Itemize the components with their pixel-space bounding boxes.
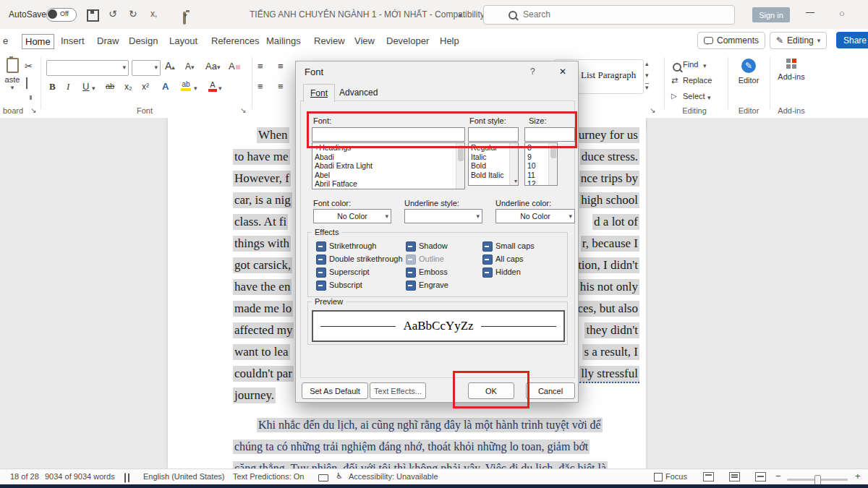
align-left-button[interactable]: ≡ <box>258 81 263 92</box>
hidden-checkbox-label[interactable]: Hidden <box>495 267 521 276</box>
doc-line[interactable]: they didn't <box>584 322 639 338</box>
font-color-dropdown[interactable]: No Color ▾ <box>313 209 391 223</box>
paste-button[interactable]: aste ▾ <box>1 58 23 91</box>
copy-icon[interactable] <box>26 77 27 89</box>
font-size-list[interactable]: 8 9 10 11 12 <box>524 142 558 186</box>
shrink-font-button[interactable]: A▾ <box>185 61 195 72</box>
scrollbar-thumb[interactable] <box>458 145 464 161</box>
change-case-button[interactable]: Aa▾ <box>205 61 220 72</box>
underline-chevron-icon[interactable]: ▾ <box>92 85 95 92</box>
superscript-checkbox-label[interactable]: Superscript <box>329 267 370 276</box>
doc-line[interactable]: his not only <box>579 279 639 295</box>
cut-icon[interactable]: ✂ <box>25 61 33 72</box>
font-list-item[interactable]: Abadi <box>312 153 464 162</box>
dialog-help-icon[interactable]: ? <box>530 67 535 77</box>
doc-line[interactable]: things with <box>233 236 291 252</box>
highlight-color-button[interactable]: ab <box>181 80 191 91</box>
word-count[interactable]: 9034 of 9034 words <box>45 472 115 481</box>
numbering-button[interactable]: ≡ <box>278 61 284 72</box>
redo-icon[interactable]: ↻ <box>129 8 137 20</box>
align-center-button[interactable]: ≡ <box>278 81 284 92</box>
underline-style-dropdown[interactable]: ▾ <box>404 209 482 223</box>
engrave-checkbox[interactable] <box>406 281 416 291</box>
doc-line[interactable]: lly stressful <box>579 366 639 383</box>
double-strikethrough-checkbox[interactable] <box>316 254 326 265</box>
small-caps-checkbox-label[interactable]: Small caps <box>495 241 535 250</box>
engrave-checkbox-label[interactable]: Engrave <box>419 281 448 289</box>
display-settings-icon[interactable] <box>318 474 328 481</box>
font-list-item[interactable]: +Headings <box>312 143 464 153</box>
shadow-checkbox[interactable] <box>406 241 416 252</box>
cancel-button[interactable]: Cancel <box>526 382 575 399</box>
save-icon[interactable] <box>87 9 99 22</box>
doc-line[interactable]: d a lot of <box>592 214 639 230</box>
style-card-label[interactable]: List Paragraph <box>581 69 636 81</box>
tab-draw[interactable]: Draw <box>94 34 122 48</box>
tab-home[interactable]: Home <box>22 34 54 49</box>
strikethrough-checkbox[interactable] <box>316 241 326 252</box>
accessibility-indicator[interactable]: Accessibility: Unavailable <box>349 472 438 481</box>
styles-more-icon[interactable]: ▾ <box>645 83 649 91</box>
clear-formatting-button[interactable]: A <box>229 61 240 72</box>
set-as-default-button[interactable]: Set As Default <box>302 382 368 399</box>
doc-line[interactable]: urney for us <box>577 127 639 143</box>
language-indicator[interactable]: English (United States) <box>143 472 225 481</box>
doc-line[interactable]: have the en <box>233 279 292 295</box>
font-color-button[interactable]: A <box>208 80 217 92</box>
title-chevron-icon[interactable]: ▾ <box>459 12 462 19</box>
font-color-chevron-icon[interactable]: ▾ <box>218 85 222 92</box>
minimize-icon[interactable]: — <box>806 7 814 17</box>
size-list-scrollbar[interactable] <box>548 143 557 185</box>
text-effects-dialog-button[interactable]: Text Effects... <box>370 382 426 399</box>
read-mode-icon[interactable] <box>703 472 714 481</box>
subscript-checkbox[interactable] <box>316 281 326 291</box>
editing-mode-button[interactable]: ✎ Editing ▾ <box>770 32 827 49</box>
emboss-checkbox[interactable] <box>406 267 416 278</box>
doc-line[interactable]: affected my <box>233 322 294 338</box>
hidden-checkbox[interactable] <box>482 267 493 278</box>
zoom-slider[interactable] <box>787 479 848 481</box>
font-style-list[interactable]: Regular Italic Bold Bold Italic ▾ <box>468 142 519 186</box>
undo-icon[interactable]: ↺ <box>109 8 117 20</box>
superscript-button[interactable]: x² <box>142 82 149 92</box>
focus-icon[interactable] <box>654 473 663 481</box>
doc-line[interactable]: high school <box>579 192 639 208</box>
small-caps-checkbox[interactable] <box>482 241 493 252</box>
access-icon[interactable]: ♿ <box>336 471 343 481</box>
emboss-checkbox-label[interactable]: Emboss <box>419 267 448 276</box>
web-layout-icon[interactable] <box>755 472 766 481</box>
all-caps-checkbox-label[interactable]: All caps <box>495 254 524 263</box>
bullets-button[interactable]: ≡ <box>258 61 263 72</box>
grow-font-button[interactable]: A▴ <box>165 60 175 72</box>
font-list-item[interactable]: Abel <box>312 171 464 180</box>
doc-line[interactable]: couldn't par <box>233 366 294 382</box>
all-caps-checkbox[interactable] <box>482 254 493 265</box>
select-button[interactable]: Select <box>683 92 705 100</box>
strikethrough-button[interactable]: ab <box>106 82 114 90</box>
dialog-title-bar[interactable]: Font ? ✕ <box>296 61 578 82</box>
doc-line[interactable]: to have me <box>233 149 290 165</box>
styles-launcher-icon[interactable]: ↘ <box>650 106 655 114</box>
outline-checkbox[interactable] <box>406 254 416 265</box>
proofing-icon[interactable] <box>124 473 126 483</box>
find-button[interactable]: Find <box>683 60 698 69</box>
doc-line[interactable]: nce trips by <box>579 171 639 187</box>
add-ins-button[interactable]: Add-ins <box>774 59 809 81</box>
doc-line[interactable]: ces, but also <box>576 301 639 317</box>
doc-line[interactable]: tion, I didn't <box>576 257 639 273</box>
superscript-checkbox[interactable] <box>316 267 326 278</box>
font-list[interactable]: +Headings Abadi Abadi Extra Light Abel A… <box>312 142 465 189</box>
focus-button[interactable]: Focus <box>665 472 687 481</box>
sign-in-button[interactable]: Sign in <box>752 7 790 22</box>
replace-button[interactable]: Replace <box>683 76 712 85</box>
zoom-out-icon[interactable]: − <box>775 471 781 481</box>
font-name-input[interactable] <box>312 127 465 142</box>
select-chevron-icon[interactable]: ▾ <box>707 94 711 101</box>
page-indicator[interactable]: 18 of 28 <box>10 472 39 481</box>
underline-color-dropdown[interactable]: No Color ▾ <box>495 209 575 223</box>
tab-view[interactable]: View <box>352 34 378 48</box>
doc-line[interactable]: want to lea <box>233 344 290 360</box>
document-title[interactable]: TIẾNG ANH CHUYÊN NGÀNH 1 - MỚI NHẤT - Co… <box>250 9 491 20</box>
subscript-button[interactable]: x₂ <box>124 82 132 92</box>
doc-line[interactable]: car, is a nig <box>233 192 292 208</box>
